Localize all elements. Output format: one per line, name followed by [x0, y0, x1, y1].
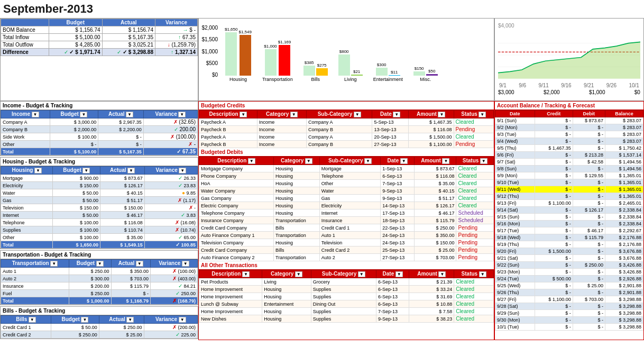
table-row: 9/10 (Tue) $ - $ - $ 1,365.01 [495, 179, 643, 186]
table-row: Other $ - $ - ✗ - [1, 141, 198, 148]
budgeted-debits-table: Description ▼ Category ▼ Sub-Category ▼ … [199, 157, 494, 261]
housing-section: Housing - Budget & Tracking Housing ▼ Bu… [0, 157, 198, 249]
trans-col-actual: Actual ▼ [111, 260, 150, 268]
income-total-row: Total $ 5,100.00 $ 5,167.35 ✓ 67.35 [1, 148, 198, 156]
bills-title: Bills - Budget & Tracking [1, 307, 198, 315]
transportation-table: Transportation ▼ Budget ▼ Actual ▼ Varia… [1, 259, 198, 305]
list-item: Home Improvement Housing Supplies 6-Sep-… [199, 286, 494, 293]
account-balance-title: Account Balance / Tracking & Forecast [495, 102, 643, 110]
table-row: Gas $ 50.00 $ 51.17 ✗ (1.17) [1, 197, 198, 204]
list-item: Home Improvement Housing Supplies 6-Sep-… [199, 293, 494, 300]
list-item: New Dishes Housing Supplies 9-Sep-13 $ 3… [199, 315, 494, 323]
table-row: Credit Card 2 $ 250.00 $ 25.00 ✓ 225.00 [1, 331, 198, 339]
income-col-budget: Budget ▼ [50, 111, 98, 118]
table-row: 9/25 (Wed) $ - $ 25.00 $ 2,901.88 [495, 282, 643, 289]
table-row: 9/15 (Sun) $ - $ - $ 2,338.84 [495, 214, 643, 221]
table-row: 9/22 (Sun) $ - $ 250.00 $ 3,426.88 [495, 262, 643, 269]
list-item: Pet Products Living Grocery 6-Sep-13 $ 2… [199, 278, 494, 286]
list-item: Paycheck B Income Company B 13-Sep-13 $ … [199, 126, 494, 133]
table-row: 10/1 (Tue) $ - $ - $ 3,298.88 [495, 324, 643, 331]
list-item: Phone Company Housing Telephone 6-Sep-13… [199, 172, 494, 180]
y-labels-right: $3,000 $2,000 $1,000 $0 [498, 88, 640, 96]
bills-col-label: Bills ▼ [1, 316, 51, 324]
list-item: Credit Card Company Bills Credit Card 2 … [199, 246, 494, 254]
bills-section: Bills - Budget & Tracking Bills ▼ Budget… [0, 306, 198, 339]
budgeted-credits-table: Description ▼ Category ▼ Sub-Category ▼ … [199, 110, 494, 148]
bar-group-living: $800 $21 Living [338, 49, 363, 82]
income-col-actual: Actual ▼ [98, 111, 144, 118]
table-row: 9/26 (Thu) $ - $ - $ 2,901.88 [495, 289, 643, 296]
table-row: 9/17 (Tue) $ - $ 46.17 $ 2,292.67 [495, 227, 643, 234]
table-row: Supplies $ 100.00 $ 110.74 ✗ (10.74) [1, 226, 198, 234]
bar-group-bills: $385 $275 Bills [303, 60, 328, 82]
table-row: 9/21 (Sat) $ - $ - $ 3,676.88 [495, 255, 643, 262]
list-item: Auto Finance Company 1 Transportation Au… [199, 232, 494, 239]
table-row: 9/3 (Tue) $ - $ - $ 283.07 [495, 131, 643, 138]
table-row: Total Inflow $ 5,100.00 $ 5,167.35 ↑ 67.… [1, 34, 198, 41]
table-row: Side Work $ 100.00 $ - ✗ (100.00) [1, 133, 198, 141]
budgeted-debits-section: Budgeted Debits Description ▼ Category ▼… [199, 148, 494, 261]
chart-area: $2,000 $1,500 $1,000 $500 $0 $1,650 [201, 21, 492, 84]
bills-col-budget: Budget ▼ [51, 316, 99, 324]
table-row: 9/5 (Thu) $ 1,467.35 $ - $ 1,750.42 [495, 145, 643, 152]
line-chart-container: $4,000 9/1 9/6 9/11 9/16 9/21 9/26 [497, 21, 641, 98]
table-row: Auto 1 $ 250.00 $ 350.00 ✗ (100.00) [1, 268, 198, 275]
y-axis-labels: $4,000 [498, 23, 640, 29]
trans-total-row: Total$ 1,000.00$ 1,168.79✗ (168.79) [1, 297, 198, 305]
trans-col-budget: Budget ▼ [69, 260, 111, 268]
line-chart-panel: $4,000 9/1 9/6 9/11 9/16 9/21 9/26 [494, 18, 644, 101]
table-row: 9/13 (Fri) $ 1,100.00 $ - $ 2,465.01 [495, 200, 643, 207]
bills-col-variance: Variance ▼ [144, 316, 197, 324]
budgeted-credits-title: Budgeted Credits [199, 102, 494, 110]
table-row: 9/24 (Tue) $ 500.00 $ - $ 2,926.88 [495, 276, 643, 282]
list-item: Credit Card Company Bills Credit Card 1 … [199, 224, 494, 232]
page-title: September-2013 [0, 0, 644, 18]
income-title: Income - Budget & Tracking [1, 102, 198, 110]
table-row: 9/30 (Mon) $ - $ - $ 3,298.88 [495, 317, 643, 324]
table-row: 9/23 (Mon) $ - $ - $ 3,426.88 [495, 269, 643, 276]
table-row: 9/18 (Wed) $ - $ 115.79 $ 2,176.88 [495, 234, 643, 241]
table-row: Company B $ 2,000.00 $ 2,200.00 ✓ 200.00 [1, 126, 198, 133]
left-tracking-panel: Income - Budget & Tracking Income ▼ Budg… [0, 101, 198, 340]
account-balance-table: Date Credit Debit Balance 9/1 (Sun) $ - … [495, 110, 643, 331]
table-row: 9/14 (Sat) $ - $ 126.17 $ 2,338.84 [495, 207, 643, 214]
table-row: Internet $ 50.00 $ 46.17 ✓ 3.83 [1, 212, 198, 219]
list-item: Telephone Company Housing Internet 17-Se… [199, 209, 494, 217]
bar-group-transportation: $1,000 $1,169 Transportation [262, 40, 293, 82]
list-item: Mortgage Company Housing Mortgage 1-Sep-… [199, 165, 494, 172]
housing-col-variance: Variance ▼ [144, 167, 197, 175]
income-section: Income - Budget & Tracking Income ▼ Budg… [0, 101, 198, 156]
table-row: Mortgage $ 900.00 $ 873.67 ✓ 26.33 [1, 175, 198, 182]
list-item: Gas Company Housing Gas 9-Sep-13 $ 51.17… [199, 195, 494, 202]
line-chart-svg [498, 29, 640, 81]
housing-title: Housing - Budget & Tracking [1, 158, 198, 166]
y-axis: $2,000 $1,500 $1,000 $500 $0 [201, 25, 218, 78]
transportation-title: Transportation - Budget & Tracking [1, 251, 198, 259]
table-row: Company A $ 3,000.00 $ 2,967.35 ✗ (32.65… [1, 118, 198, 126]
table-row: BOM Balance $ 1,156.74 $ 1,156.74 → $ - [1, 26, 198, 34]
x-axis-labels: 9/1 9/6 9/11 9/16 9/21 9/26 10/1 [498, 83, 640, 88]
bills-table: Bills ▼ Budget ▼ Actual ▼ Variance ▼ Cre… [1, 315, 198, 339]
list-item: Auto Finance Company 2 Transportation Au… [199, 254, 494, 261]
table-row: Insurance $ 200.00 $ 115.79 ✓ 84.21 [1, 282, 198, 290]
list-item: Paycheck A Income Company A 5-Sep-13 $ 1… [199, 118, 494, 126]
table-row: 9/16 (Mon) $ - $ - $ 2,338.84 [495, 221, 643, 227]
table-row: 9/29 (Sun) $ - $ - $ 3,298.88 [495, 310, 643, 317]
table-row: 9/11 (Wed) $ - $ - $ 1,365.01 [495, 186, 643, 193]
difference-row: Difference ✓ ✓ $ 1,971.74 ✓ ✓ $ 3,298.88… [1, 49, 198, 56]
income-col-label: Income ▼ [1, 111, 50, 118]
summary-col-label [1, 19, 49, 26]
table-row: Auto 2 $ 300.00 $ 703.00 ✗ (403.00) [1, 275, 198, 282]
mid-panel: Budgeted Credits Description ▼ Category … [198, 101, 494, 340]
bar-chart: $2,000 $1,500 $1,000 $500 $0 $1,650 [201, 21, 492, 84]
table-row: 9/6 (Fri) $ - $ 213.28 $ 1,537.14 [495, 152, 643, 159]
list-item: Home Improvement Housing Supplies 7-Sep-… [199, 308, 494, 315]
table-row: Total Outflow $ 4,285.00 $ 3,025.21 ↓ (1… [1, 41, 198, 49]
list-item: Paycheck A Income Company A 20-Sep-13 $ … [199, 133, 494, 141]
table-row: 9/1 (Sun) $ - $ 873.67 $ 283.07 [495, 117, 643, 124]
table-row: Fuel $ 250.00 $ - ✓ 250.00 [1, 290, 198, 297]
all-other-table: Description ▼ Category ▼ Sub-Category ▼ … [199, 270, 494, 323]
housing-col-label: Housing ▼ [1, 167, 53, 175]
list-item: Paycheck B Income Company B 27-Sep-13 $ … [199, 141, 494, 148]
housing-total-row: Total$ 1,650.00$ 1,549.15✓ 100.85 [1, 241, 198, 249]
